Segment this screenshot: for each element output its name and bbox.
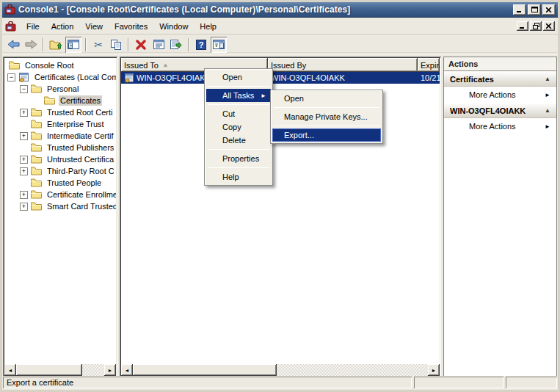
status-panel — [506, 377, 557, 388]
certificates-snapin-icon — [18, 72, 30, 82]
tree-item-label: Third-Party Root C — [46, 166, 116, 176]
scroll-left-icon[interactable]: ◄ — [4, 364, 16, 376]
delete-icon[interactable] — [133, 37, 149, 53]
tree-item-third-party[interactable]: + Third-Party Root C — [4, 165, 116, 177]
menu-favorites[interactable]: Favorites — [109, 20, 153, 33]
tree-item-intermediate[interactable]: + Intermediate Certif — [4, 130, 116, 142]
menu-view[interactable]: View — [79, 20, 109, 33]
show-hide-action-pane-icon[interactable] — [211, 37, 227, 53]
console-app-icon[interactable] — [4, 4, 15, 15]
scroll-right-icon[interactable]: ► — [428, 364, 440, 376]
expand-expander-icon[interactable]: + — [20, 203, 28, 211]
tree-item-enterprise-trust[interactable]: + Enterprise Trust — [4, 118, 116, 130]
scrollbar-thumb[interactable] — [133, 364, 277, 376]
expand-expander-icon[interactable]: + — [20, 132, 28, 140]
mmc-window: Console1 - [Console Root\Certificates (L… — [0, 0, 560, 392]
menu-action[interactable]: Action — [46, 20, 80, 33]
folder-icon — [31, 142, 43, 153]
context-menu-open[interactable]: Open — [206, 70, 271, 84]
actions-section-certificate[interactable]: WIN-O3QFL4OIAKK ▲ — [444, 103, 556, 118]
tree-item-label: Certificates — [59, 95, 102, 106]
folder-icon — [31, 131, 43, 141]
console-child-icon[interactable] — [5, 21, 16, 32]
expand-expander-icon[interactable]: + — [20, 109, 28, 117]
submenu-export[interactable]: Export... — [272, 128, 381, 142]
tree-item-trusted-people[interactable]: + Trusted People — [4, 177, 116, 189]
tree-item-untrusted[interactable]: + Untrusted Certifica — [4, 153, 116, 165]
collapse-up-icon[interactable]: ▲ — [545, 76, 550, 82]
tree-item-certificates-local[interactable]: − Certificates (Local Com — [4, 71, 116, 83]
tree-item-trusted-publishers[interactable]: + Trusted Publishers — [4, 142, 116, 153]
menu-window[interactable]: Window — [153, 20, 194, 33]
child-restore-button[interactable] — [530, 21, 542, 31]
collapse-expander-icon[interactable]: − — [7, 73, 15, 81]
actions-pane: Actions Certificates ▲ More Actions ► WI… — [443, 57, 557, 377]
help-icon[interactable]: ? — [193, 37, 209, 53]
collapse-expander-icon[interactable]: − — [20, 85, 28, 93]
column-header-expiration[interactable]: Expirat — [418, 58, 440, 72]
child-close-button[interactable] — [543, 21, 555, 31]
tree-item-personal[interactable]: − Personal — [4, 83, 116, 95]
cut-icon[interactable]: ✂ — [90, 37, 106, 53]
tree-item-console-root[interactable]: Console Root — [4, 59, 116, 71]
submenu-manage-private-keys[interactable]: Manage Private Keys... — [272, 110, 381, 123]
properties-icon[interactable] — [150, 37, 167, 53]
tree-item-label: Untrusted Certifica — [46, 154, 115, 164]
svg-text:?: ? — [199, 40, 204, 49]
submenu-open[interactable]: Open — [272, 92, 381, 105]
tree-item-smart-card[interactable]: + Smart Card Trusted — [4, 200, 116, 212]
submenu-arrow-icon: ► — [545, 92, 550, 98]
context-menu-copy[interactable]: Copy — [206, 120, 271, 134]
close-button[interactable] — [542, 4, 556, 15]
forward-icon[interactable] — [23, 37, 39, 53]
menu-file[interactable]: File — [21, 20, 46, 33]
tree-item-label: Certificates (Local Com — [33, 72, 116, 82]
collapse-up-icon[interactable]: ▲ — [545, 107, 550, 114]
up-one-level-icon[interactable] — [48, 37, 64, 53]
context-menu-cut[interactable]: Cut — [206, 107, 271, 120]
menu-help[interactable]: Help — [194, 20, 222, 33]
maximize-button[interactable] — [528, 4, 541, 15]
menu-separator — [208, 167, 269, 168]
minimize-button[interactable] — [513, 4, 526, 15]
submenu-arrow-icon: ► — [545, 123, 550, 130]
tree-item-label: Certificate Enrollme — [46, 189, 116, 200]
context-menu-properties[interactable]: Properties — [206, 152, 271, 165]
tree-horizontal-scrollbar[interactable]: ◄ ► — [4, 364, 116, 376]
folder-icon — [31, 189, 43, 200]
folder-icon — [31, 154, 43, 164]
menu-separator — [274, 107, 379, 108]
list-header: Issued To ▲ Issued By Expirat — [121, 58, 440, 72]
tree-item-label: Intermediate Certif — [46, 131, 114, 141]
back-icon[interactable] — [5, 37, 21, 53]
column-header-issued-by[interactable]: Issued By — [268, 58, 418, 72]
certificate-row[interactable]: WIN-O3QFL4OIAKK WIN-O3QFL4OIAKK 10/21/ — [121, 72, 440, 84]
context-menu-help[interactable]: Help — [206, 170, 271, 184]
actions-section-certificates[interactable]: Certificates ▲ — [444, 71, 556, 87]
menu-separator — [208, 149, 269, 150]
cell-issued-to: WIN-O3QFL4OIAKK — [137, 73, 211, 82]
scroll-right-icon[interactable]: ► — [104, 364, 116, 376]
export-list-icon[interactable] — [168, 37, 184, 53]
copy-icon[interactable] — [108, 37, 124, 53]
list-horizontal-scrollbar[interactable]: ◄ ► — [121, 364, 440, 376]
tree-item-cert-enrollment[interactable]: + Certificate Enrollme — [4, 189, 116, 200]
title-bar[interactable]: Console1 - [Console Root\Certificates (L… — [2, 2, 558, 18]
console-tree-panel: Console Root − Certificates (Local Com −… — [3, 57, 117, 377]
scrollbar-thumb[interactable] — [16, 364, 82, 376]
context-menu-all-tasks[interactable]: All Tasks ► — [206, 89, 271, 102]
context-menu-delete[interactable]: Delete — [206, 134, 271, 147]
context-menu: Open All Tasks ► Cut Copy Delete Propert… — [204, 68, 273, 186]
expand-expander-icon[interactable]: + — [20, 156, 28, 164]
expand-expander-icon[interactable]: + — [20, 191, 28, 199]
scroll-left-icon[interactable]: ◄ — [121, 364, 133, 376]
child-minimize-button[interactable] — [517, 21, 528, 31]
show-hide-console-tree-icon[interactable] — [65, 37, 81, 53]
toolbar: ✂ ? — [2, 35, 558, 54]
tree-item-certificates[interactable]: Certificates — [4, 95, 116, 106]
more-actions-certificates[interactable]: More Actions ► — [444, 87, 556, 103]
expand-expander-icon[interactable]: + — [20, 167, 28, 175]
tree-item-trusted-root[interactable]: + Trusted Root Certi — [4, 106, 116, 118]
more-actions-certificate[interactable]: More Actions ► — [444, 118, 556, 134]
menu-bar: File Action View Favorites Window Help — [2, 18, 558, 35]
